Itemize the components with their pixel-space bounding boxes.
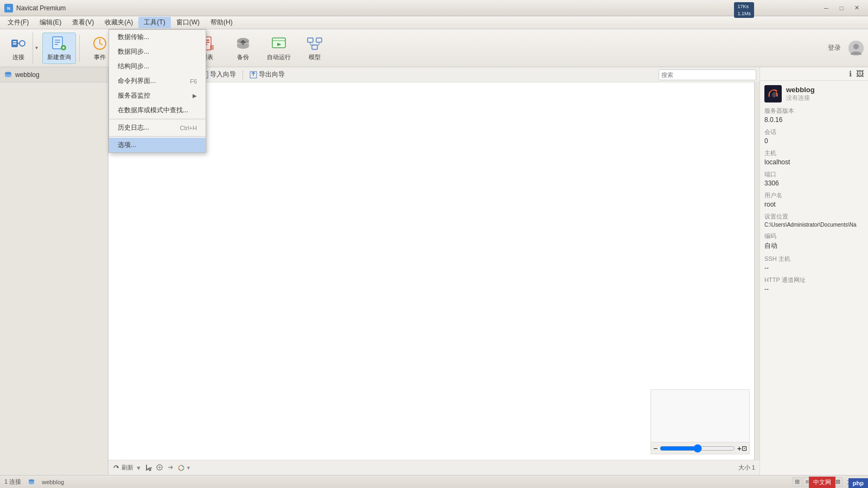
import-wizard-label: 导入向导 [210, 70, 236, 79]
menu-tools[interactable]: 工具(T) [138, 17, 170, 28]
conn-status: 没有连接 [786, 94, 815, 102]
select-tool-button[interactable] [145, 464, 152, 472]
backup-icon [234, 35, 252, 52]
svg-rect-32 [308, 38, 313, 42]
menu-favorites[interactable]: 收藏夹(A) [99, 17, 138, 28]
hand-tool-button[interactable] [156, 464, 163, 472]
status-bar: 1 连接 webblog ⊞ ≡ ☰ ⊟ ⊠ 大小 1 [0, 475, 868, 488]
close-button[interactable]: ✕ [850, 3, 864, 14]
tools-dropdown-menu: 数据传输... 数据同步... 结构同步... 命令列界面... F6 服务器监… [108, 29, 206, 153]
menu-cmd-list[interactable]: 命令列界面... F6 [109, 74, 206, 88]
minimize-button[interactable]: ─ [819, 3, 833, 14]
network-up: 17Ks [737, 3, 751, 10]
color-button[interactable]: ▼ [177, 464, 191, 472]
menu-edit[interactable]: 编辑(E) [34, 17, 67, 28]
maximize-button[interactable]: □ [834, 3, 848, 14]
fit-button[interactable]: ⊡ [742, 445, 747, 452]
picture-icon[interactable]: 🖼 [856, 69, 864, 78]
login-button[interactable]: 登录 [825, 42, 844, 54]
map-canvas [651, 390, 749, 443]
menu-struct-sync[interactable]: 结构同步... [109, 59, 206, 74]
menu-help[interactable]: 帮助(H) [205, 17, 238, 28]
ssh-host-row: SSH 主机 -- [764, 255, 864, 272]
refresh-icon [113, 465, 119, 471]
connect-dropdown-arrow[interactable]: ▼ [33, 33, 40, 64]
autorun-button[interactable]: 自动运行 [262, 33, 296, 64]
svg-point-5 [20, 41, 25, 46]
connect-label: 连接 [12, 53, 24, 61]
sidebar-tab: webblog [0, 67, 108, 82]
autorun-label: 自动运行 [267, 53, 291, 61]
encoding-value: 自动 [764, 241, 864, 251]
menu-data-transfer[interactable]: 数据传输... [109, 30, 206, 44]
refresh-label: 刷新 [122, 464, 133, 472]
refresh-button[interactable]: 刷新 ▼ [113, 464, 142, 472]
right-panel-header: ℹ 🖼 [760, 67, 868, 81]
menu-view[interactable]: 查看(V) [67, 17, 99, 28]
encoding-row: 编码 自动 [764, 232, 864, 251]
grid-view-button[interactable]: ⊞ [793, 477, 802, 486]
session-row: 会话 0 [764, 128, 864, 145]
map-panel: − + ⊡ [650, 389, 750, 454]
ssh-host-value: -- [764, 264, 864, 272]
svg-rect-4 [13, 43, 16, 44]
hand-icon [156, 464, 163, 471]
export-wizard-button[interactable]: 导出向导 [245, 69, 289, 80]
model-icon [306, 35, 323, 52]
model-button[interactable]: 模型 [298, 33, 331, 64]
session-label: 会话 [764, 128, 864, 136]
menu-separator-2 [109, 136, 206, 137]
server-version-label: 服务器版本 [764, 107, 864, 115]
menu-find-in-db[interactable]: 在数据库或模式中查找... [109, 103, 206, 118]
username-label: 用户名 [764, 191, 864, 200]
svg-point-66 [29, 482, 34, 484]
lang-badge: 中文网 [809, 477, 835, 488]
svg-point-43 [5, 74, 11, 77]
info-icon[interactable]: ℹ [849, 69, 852, 78]
content-toolbar: 新建表 删除表 导入向导 [108, 67, 760, 82]
menu-window[interactable]: 窗口(W) [171, 17, 205, 28]
arrow-tool-button[interactable] [167, 464, 174, 472]
sidebar-db-name: webblog [15, 71, 40, 79]
menu-file[interactable]: 文件(F) [2, 17, 34, 28]
zoom-slider[interactable] [660, 444, 735, 453]
setting-path-label: 设置位置 [764, 213, 864, 221]
menu-bar: 文件(F) 编辑(E) 查看(V) 收藏夹(A) 工具(T) 窗口(W) 帮助(… [0, 16, 868, 29]
map-controls: − + ⊡ [651, 442, 749, 454]
username-value: root [764, 201, 864, 208]
port-value: 3306 [764, 179, 864, 187]
search-input[interactable] [659, 69, 756, 80]
server-version-row: 服务器版本 8.0.16 [764, 107, 864, 124]
backup-button[interactable]: 备份 [226, 33, 260, 64]
menu-server-monitor[interactable]: 服务器监控 ▶ [109, 88, 206, 103]
current-db: webblog [42, 479, 64, 485]
conn-header: webblog 没有连接 [764, 85, 864, 102]
vertical-scrollbar[interactable] [754, 82, 760, 460]
php-badge: php [848, 478, 868, 488]
svg-rect-34 [312, 45, 317, 49]
zoom-out-button[interactable]: − [653, 444, 658, 453]
svg-rect-33 [316, 38, 322, 42]
svg-rect-24 [210, 45, 214, 50]
host-value: localhost [764, 158, 864, 166]
http-tunnel-label: HTTP 通道网址 [764, 276, 864, 284]
zoom-in-button[interactable]: + [737, 444, 742, 453]
svg-rect-29 [272, 38, 285, 48]
http-tunnel-value: -- [764, 285, 864, 293]
session-value: 0 [764, 137, 864, 145]
port-label: 端口 [764, 170, 864, 178]
right-panel: ℹ 🖼 webblog 没有连接 服务器版本 8.0.1 [760, 67, 868, 475]
app-title: Navicat Premium [16, 4, 66, 12]
menu-history[interactable]: 历史日志... Ctrl+H [109, 120, 206, 135]
menu-options[interactable]: 选项... [109, 138, 206, 152]
select-icon [145, 464, 152, 471]
svg-point-63 [772, 92, 776, 98]
connection-info: webblog 没有连接 服务器版本 8.0.16 会话 0 主机 localh… [760, 81, 868, 301]
server-version-value: 8.0.16 [764, 116, 864, 124]
connect-button[interactable]: 连接 [4, 33, 33, 64]
arrow-icon [167, 464, 174, 471]
network-badge: 17Ks 1.1Ms [734, 2, 754, 18]
new-query-button[interactable]: 新建查询 [42, 33, 76, 64]
menu-data-sync[interactable]: 数据同步... [109, 44, 206, 59]
encoding-label: 编码 [764, 232, 864, 240]
